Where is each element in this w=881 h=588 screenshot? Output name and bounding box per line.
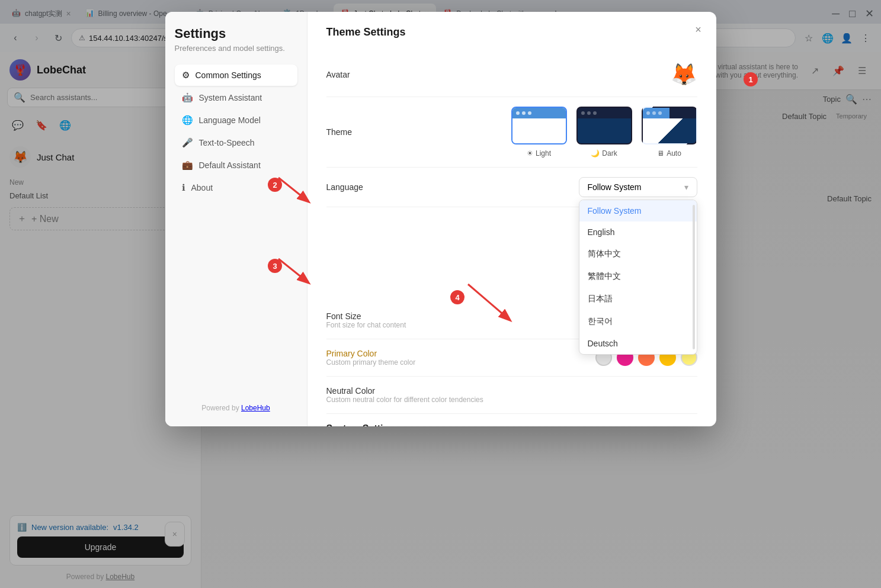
modal-close-button[interactable]: × (690, 21, 707, 38)
modal-nav-common[interactable]: ⚙ Common Settings (175, 65, 297, 86)
dot7 (646, 111, 650, 115)
modal-sidebar: Settings Preferences and model settings.… (165, 12, 307, 426)
language-select[interactable]: Follow System ▾ (579, 177, 697, 197)
lang-option-korean[interactable]: 한국어 (579, 310, 697, 333)
auto-theme-label: 🖥 Auto (657, 149, 681, 158)
theme-options-group: ☀ Light (511, 107, 697, 158)
settings-modal: Settings Preferences and model settings.… (165, 12, 716, 426)
primary-color-label: Primary Color (326, 349, 416, 358)
dot5 (587, 111, 591, 115)
theme-option-dark[interactable]: 🌙 Dark (576, 107, 632, 158)
font-size-info: Font Size Font size for chat content (326, 311, 406, 329)
system-assistant-icon: 🤖 (182, 92, 193, 103)
font-size-description: Font size for chat content (326, 321, 406, 329)
about-icon: ℹ (182, 182, 185, 193)
badge-3: 3 (268, 259, 282, 273)
dot9 (658, 111, 662, 115)
modal-powered-by: Powered by LobeHub (175, 404, 297, 412)
lang-option-follow-system[interactable]: Follow System (579, 200, 697, 221)
modal-content: × Theme Settings Avatar 🦊 Theme (307, 12, 716, 426)
lang-option-traditional-chinese[interactable]: 繁體中文 (579, 265, 697, 288)
language-selected-value: Follow System (588, 182, 642, 192)
avatar-emoji: 🦊 (671, 62, 697, 87)
language-dropdown-menu: Follow System English 简体中文 繁體中文 日本語 한국어 … (579, 200, 697, 355)
preview-top-light (512, 108, 566, 118)
theme-option-auto[interactable]: 🖥 Auto (642, 107, 697, 158)
language-dropdown[interactable]: Follow System ▾ Follow System English 简体… (579, 177, 697, 197)
modal-settings-title: Settings (175, 26, 297, 41)
lang-option-german[interactable]: Deutsch (579, 333, 697, 354)
modal-settings-subtitle: Preferences and model settings. (175, 44, 297, 53)
theme-option-light[interactable]: ☀ Light (511, 107, 567, 158)
badge-2: 2 (268, 178, 282, 192)
dot6 (593, 111, 597, 115)
avatar-value: 🦊 (671, 62, 697, 87)
lang-option-english[interactable]: English (579, 221, 697, 243)
avatar-row: Avatar 🦊 (326, 53, 697, 97)
modal-lobehub-link[interactable]: LobeHub (241, 404, 270, 412)
default-assistant-icon: 💼 (182, 160, 193, 171)
theme-settings-title: Theme Settings (326, 26, 697, 38)
lang-option-simplified-chinese[interactable]: 简体中文 (579, 243, 697, 265)
modal-nav-tts[interactable]: 🎤 Text-to-Speech (175, 132, 297, 153)
modal-nav-language-model[interactable]: 🌐 Language Model (175, 110, 297, 131)
moon-icon: 🌙 (591, 149, 600, 158)
auto-label: Auto (667, 149, 681, 158)
modal-overlay: Settings Preferences and model settings.… (0, 0, 881, 588)
neutral-color-info: Neutral Color Custom neutral color for d… (326, 386, 483, 404)
system-assistant-label: System Assistant (199, 93, 262, 102)
about-label: About (191, 183, 213, 192)
neutral-color-row: Neutral Color Custom neutral color for d… (326, 377, 697, 414)
preview-top-auto (643, 108, 696, 118)
language-model-label: Language Model (199, 115, 261, 125)
language-row: Language Follow System ▾ Follow System E… (326, 168, 697, 207)
badge-4: 4 (450, 290, 464, 304)
common-settings-icon: ⚙ (182, 70, 190, 81)
font-size-label: Font Size (326, 311, 406, 321)
modal-powered-by-text: Powered by (201, 404, 239, 412)
language-label: Language (326, 182, 398, 192)
common-settings-label: Common Settings (196, 70, 261, 80)
lang-option-japanese[interactable]: 日本語 (579, 288, 697, 310)
sun-icon: ☀ (527, 149, 533, 158)
badge-1: 1 (744, 72, 758, 86)
tts-label: Text-to-Speech (199, 138, 255, 147)
light-theme-label: ☀ Light (527, 149, 551, 158)
neutral-color-label: Neutral Color (326, 386, 483, 396)
primary-color-description: Custom primary theme color (326, 358, 416, 367)
theme-options: ☀ Light (511, 107, 697, 158)
language-model-icon: 🌐 (182, 115, 193, 126)
dot3 (528, 111, 531, 115)
theme-preview-auto (642, 107, 697, 144)
neutral-color-description: Custom neutral color for different color… (326, 396, 483, 404)
modal-nav-system[interactable]: 🤖 System Assistant (175, 87, 297, 108)
dot1 (516, 111, 520, 115)
primary-color-info: Primary Color Custom primary theme color (326, 349, 416, 367)
chevron-down-icon: ▾ (684, 182, 688, 192)
dot4 (581, 111, 585, 115)
system-settings-title: System Settings (326, 423, 697, 426)
modal-nav-default-assistant[interactable]: 💼 Default Assistant (175, 155, 297, 176)
dot2 (522, 111, 526, 115)
preview-body-dark (578, 118, 631, 144)
theme-preview-light (511, 107, 567, 144)
light-label: Light (536, 149, 551, 158)
theme-label: Theme (326, 127, 398, 137)
dark-label: Dark (602, 149, 617, 158)
default-assistant-label: Default Assistant (199, 160, 261, 170)
dot8 (652, 111, 656, 115)
preview-body-light (512, 118, 566, 144)
preview-top-dark (578, 108, 631, 118)
theme-preview-dark (576, 107, 632, 144)
tts-icon: 🎤 (182, 137, 193, 148)
preview-body-auto (643, 118, 696, 144)
monitor-icon: 🖥 (657, 149, 664, 158)
dropdown-scrollbar (693, 205, 695, 349)
avatar-label: Avatar (326, 70, 398, 79)
dark-theme-label: 🌙 Dark (591, 149, 617, 158)
language-value: Follow System ▾ Follow System English 简体… (579, 177, 697, 197)
theme-row: Theme (326, 97, 697, 168)
